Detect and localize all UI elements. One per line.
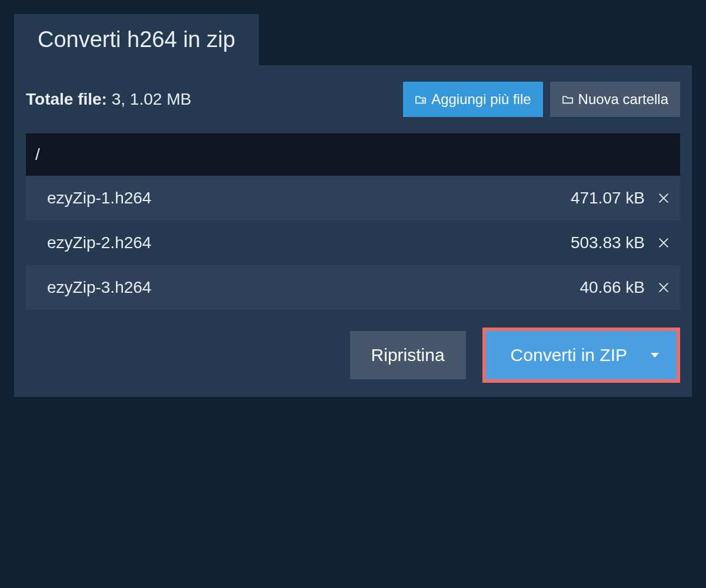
- file-row[interactable]: ezyZip-3.h26440.66 kB: [26, 265, 680, 310]
- folder-plus-icon: [415, 91, 427, 108]
- convert-label: Converti in ZIP: [511, 345, 627, 365]
- total-files-value: 3, 1.02 MB: [112, 90, 191, 108]
- new-folder-button[interactable]: Nuova cartella: [550, 82, 680, 117]
- file-right: 40.66 kB: [580, 278, 671, 297]
- file-name: ezyZip-2.h264: [47, 233, 151, 252]
- new-folder-label: Nuova cartella: [578, 91, 668, 108]
- add-more-files-button[interactable]: Aggiungi più file: [403, 82, 542, 117]
- path-row[interactable]: /: [26, 133, 680, 176]
- reset-button[interactable]: Ripristina: [350, 331, 466, 379]
- summary-row: Totale file: 3, 1.02 MB Aggiungi più fil…: [26, 82, 680, 117]
- file-right: 471.07 kB: [571, 189, 671, 208]
- convert-highlight: Converti in ZIP: [482, 328, 680, 383]
- file-size: 471.07 kB: [571, 189, 645, 208]
- convert-to-zip-button[interactable]: Converti in ZIP: [486, 331, 677, 379]
- file-name: ezyZip-3.h264: [47, 278, 151, 297]
- main-panel: Totale file: 3, 1.02 MB Aggiungi più fil…: [14, 65, 692, 397]
- file-name: ezyZip-1.h264: [47, 189, 151, 208]
- file-list: / ezyZip-1.h264471.07 kBezyZip-2.h264503…: [26, 133, 680, 310]
- file-row[interactable]: ezyZip-1.h264471.07 kB: [26, 176, 680, 220]
- footer-actions: Ripristina Converti in ZIP: [26, 328, 680, 383]
- total-files-label: Totale file:: [26, 90, 107, 108]
- chevron-down-icon: [651, 353, 659, 358]
- top-button-group: Aggiungi più file Nuova cartella: [403, 82, 680, 117]
- file-right: 503.83 kB: [571, 233, 671, 252]
- file-size: 503.83 kB: [571, 233, 645, 252]
- remove-file-button[interactable]: [657, 280, 671, 295]
- file-size: 40.66 kB: [580, 278, 645, 297]
- remove-file-button[interactable]: [657, 191, 671, 205]
- add-more-files-label: Aggiungi più file: [431, 91, 531, 108]
- remove-file-button[interactable]: [657, 236, 671, 250]
- folder-icon: [562, 91, 574, 108]
- file-row[interactable]: ezyZip-2.h264503.83 kB: [26, 220, 680, 265]
- tab-title: Converti h264 in zip: [14, 14, 259, 65]
- total-files: Totale file: 3, 1.02 MB: [26, 90, 191, 109]
